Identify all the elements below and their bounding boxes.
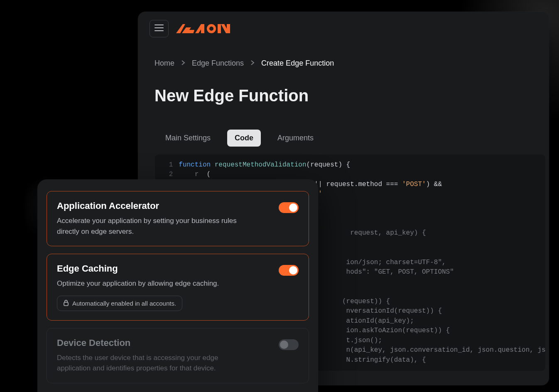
svg-rect-10 bbox=[227, 24, 230, 33]
menu-button[interactable] bbox=[150, 20, 169, 37]
breadcrumb-current: Create Edge Function bbox=[261, 59, 334, 68]
svg-rect-7 bbox=[201, 24, 204, 33]
option-description: Accelerate your application by setting y… bbox=[57, 216, 248, 237]
auto-enabled-chip: Automatically enabled in all accounts. bbox=[57, 296, 182, 311]
breadcrumb: Home Edge Functions Create Edge Function bbox=[138, 42, 549, 68]
hamburger-icon bbox=[154, 24, 164, 33]
option-description: Detects the user device that is accessin… bbox=[57, 353, 248, 374]
option-app-accelerator: Application Accelerator Accelerate your … bbox=[47, 191, 309, 246]
option-title: Device Detection bbox=[57, 338, 248, 348]
chip-label: Automatically enabled in all accounts. bbox=[72, 300, 176, 307]
lock-icon bbox=[63, 299, 69, 307]
brand-logo bbox=[176, 22, 238, 35]
chevron-right-icon bbox=[250, 59, 255, 68]
breadcrumb-edge-functions[interactable]: Edge Functions bbox=[192, 59, 244, 68]
breadcrumb-home[interactable]: Home bbox=[154, 59, 174, 68]
option-edge-caching: Edge Caching Optimize your application b… bbox=[47, 254, 309, 321]
option-device-detection: Device Detection Detects the user device… bbox=[47, 328, 309, 383]
svg-rect-11 bbox=[64, 302, 68, 306]
svg-rect-8 bbox=[218, 24, 221, 33]
tab-main-settings[interactable]: Main Settings bbox=[158, 130, 218, 147]
azion-logo-icon bbox=[176, 22, 238, 35]
toggle-app-accelerator[interactable] bbox=[279, 202, 299, 213]
tabs: Main Settings Code Arguments bbox=[138, 121, 549, 147]
toggle-device-detection[interactable] bbox=[279, 339, 299, 350]
chevron-right-icon bbox=[181, 59, 185, 68]
modules-settings-card: Application Accelerator Accelerate your … bbox=[37, 179, 318, 392]
toggle-edge-caching[interactable] bbox=[279, 265, 299, 276]
tab-arguments[interactable]: Arguments bbox=[270, 130, 321, 147]
tab-code[interactable]: Code bbox=[227, 130, 261, 147]
svg-rect-5 bbox=[184, 30, 195, 33]
option-title: Edge Caching bbox=[57, 263, 219, 274]
option-title: Application Accelerator bbox=[57, 201, 248, 211]
option-description: Optimize your application by allowing ed… bbox=[57, 278, 219, 289]
page-title: New Edge Function bbox=[138, 79, 549, 110]
